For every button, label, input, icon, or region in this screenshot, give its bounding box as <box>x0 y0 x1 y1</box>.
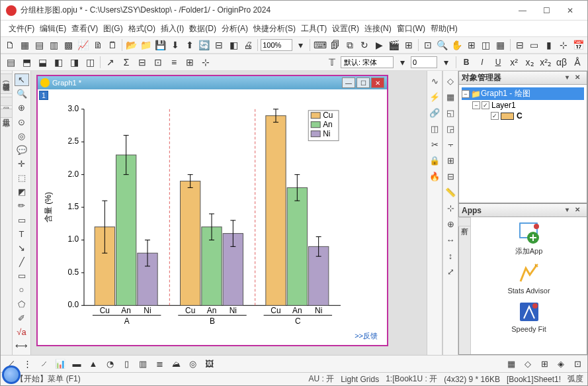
bring-front-icon[interactable]: ◱ <box>443 105 458 120</box>
apps-dock-tab[interactable]: 所有 <box>458 217 471 226</box>
arrow-tool-icon[interactable]: ↘ <box>15 242 29 254</box>
layer-link-icon[interactable]: 🔗 <box>427 105 442 120</box>
screen-reader-icon[interactable]: ⊙ <box>15 115 29 128</box>
rect-tool-icon[interactable]: ▭ <box>15 269 29 282</box>
chart-area[interactable]: 1 0.00.51.01.52.02.53.0含量 (%)CuAnNiACuAn… <box>38 89 387 345</box>
clip-data-icon[interactable]: ✂ <box>427 137 442 152</box>
graph-window-titlebar[interactable]: Graph1 * — ☐ ✕ <box>38 76 387 89</box>
speed-mode-icon[interactable]: ⚡ <box>427 89 442 104</box>
symbol-edge-icon[interactable]: ◇ <box>443 73 458 88</box>
stat-plot-icon[interactable]: ⊞ <box>537 358 552 371</box>
graph-window[interactable]: Graph1 * — ☐ ✕ 1 0.00.51.01.52.02.53.0含量… <box>36 75 388 346</box>
pattern-icon[interactable]: ▦ <box>443 89 458 104</box>
menu-graph[interactable]: 图(G) <box>101 22 125 36</box>
menu-help[interactable]: 帮助(H) <box>428 22 460 36</box>
zoom-in-icon[interactable]: 🔍 <box>436 38 449 52</box>
text-tool-icon[interactable]: T <box>15 228 29 240</box>
menu-gadgets[interactable]: 快捷分析(S) <box>251 22 298 36</box>
datetime-icon[interactable]: 📅 <box>571 38 585 52</box>
bold-icon[interactable]: B <box>459 55 474 70</box>
data-reader-icon[interactable]: ◎ <box>15 130 29 142</box>
stack-icon[interactable]: ≡ <box>167 55 181 70</box>
sqrt-tool-icon[interactable]: √a <box>15 326 29 338</box>
pie-plot-icon[interactable]: ◔ <box>103 358 117 371</box>
font-dropdown-icon[interactable]: ▾ <box>395 55 409 70</box>
panel-dropdown-icon[interactable]: ▾ <box>566 206 575 215</box>
graph-min-button[interactable]: — <box>342 77 355 88</box>
subscript-icon[interactable]: x₂ <box>523 55 537 70</box>
menu-tools[interactable]: 工具(T) <box>298 22 329 36</box>
menu-view[interactable]: 查看(V) <box>69 22 101 36</box>
dock-messages[interactable]: 消息日志 <box>0 97 13 106</box>
align-h-icon[interactable]: ↔ <box>443 232 458 247</box>
tree-series[interactable]: ✓ C <box>462 111 584 121</box>
circle-tool-icon[interactable]: ○ <box>15 283 29 296</box>
area-plot-icon[interactable]: ▲ <box>86 358 101 371</box>
open-icon[interactable]: 📂 <box>125 38 138 52</box>
zoom-tool-icon[interactable]: 🔍 <box>15 87 29 100</box>
send-back-icon[interactable]: ◲ <box>443 121 458 136</box>
italic-icon[interactable]: I <box>475 55 489 70</box>
multi-y-icon[interactable]: ≣ <box>152 358 167 371</box>
open-template-icon[interactable]: 📁 <box>140 38 153 52</box>
underline-icon[interactable]: U <box>491 55 505 70</box>
digitize-icon[interactable]: ◧ <box>227 38 240 52</box>
add-column-icon[interactable]: ⊞ <box>402 38 415 52</box>
mask-tool-icon[interactable]: ◩ <box>15 185 29 198</box>
add-top-icon[interactable]: ⬒ <box>19 55 34 70</box>
align-v-icon[interactable]: ↕ <box>443 248 458 263</box>
menu-insert[interactable]: 插入(I) <box>158 22 187 36</box>
slideshow-icon[interactable]: ▶ <box>372 38 386 52</box>
app-stats-advisor[interactable]: Stats Advisor <box>507 262 550 295</box>
recalc-icon[interactable]: 🔄 <box>198 38 211 52</box>
region-tool-icon[interactable]: ▭ <box>15 214 29 226</box>
scatter-plot-icon[interactable]: ⋮ <box>20 358 34 371</box>
group-icon[interactable]: ⊞ <box>443 153 458 168</box>
line-symbol-icon[interactable]: ⟋ <box>36 358 51 371</box>
series-checkbox[interactable]: ✓ <box>491 112 499 120</box>
scale-obj-icon[interactable]: ⤢ <box>443 264 458 279</box>
menu-data[interactable]: 数据(D) <box>187 22 219 36</box>
panel-dropdown-icon[interactable]: ▾ <box>566 73 575 83</box>
pointer-tool-icon[interactable]: ↖ <box>15 73 29 86</box>
row-stats-icon[interactable]: ⊟ <box>135 55 149 70</box>
feedback-link[interactable]: >>反馈 <box>355 331 378 341</box>
bar-plot-icon[interactable]: ▬ <box>69 358 84 371</box>
contour-icon[interactable]: ◎ <box>185 358 200 371</box>
workspace[interactable]: Graph1 * — ☐ ✕ 1 0.00.51.01.52.02.53.0含量… <box>31 71 427 355</box>
menu-file[interactable]: 文件(F) <box>6 22 37 36</box>
selection-icon[interactable]: ⬚ <box>15 171 29 184</box>
video-icon[interactable]: 🎬 <box>387 38 400 52</box>
app-speedy-fit[interactable]: Speedy Fit <box>511 300 546 333</box>
show-data-icon[interactable]: ◫ <box>427 121 442 136</box>
pan-icon[interactable]: ✋ <box>450 38 464 52</box>
import-icon[interactable]: ⬇ <box>169 38 182 52</box>
poly-tool-icon[interactable]: ⬠ <box>15 298 29 311</box>
greek-icon[interactable]: αβ <box>554 55 569 70</box>
anti-alias-icon[interactable]: ∿ <box>427 73 442 88</box>
menu-connect[interactable]: 连接(N) <box>362 22 394 36</box>
menu-settings[interactable]: 设置(R) <box>329 22 362 36</box>
graph-max-button[interactable]: ☐ <box>357 77 370 88</box>
superscript-icon[interactable]: x² <box>507 55 521 70</box>
code-builder-icon[interactable]: ⌨ <box>313 38 327 52</box>
image-plot-icon[interactable]: 🖼 <box>202 358 216 371</box>
column-plot-icon[interactable]: 📊 <box>53 358 67 371</box>
draw-tool-icon[interactable]: ✏ <box>15 199 29 212</box>
minimize-button[interactable]: — <box>511 3 534 19</box>
specialized-icon[interactable]: ◈ <box>554 358 568 371</box>
axes-dialog-icon[interactable]: ⊞ <box>465 38 478 52</box>
font-bold-icon[interactable]: 𝕋 <box>325 55 339 70</box>
dock-project-explorer[interactable]: 项目管理器 (1) <box>0 73 13 94</box>
refresh-icon[interactable]: ↻ <box>358 38 371 52</box>
supersub-icon[interactable]: x²₂ <box>538 55 553 70</box>
extract-layers-icon[interactable]: ▦ <box>494 38 507 52</box>
3d-plot-icon[interactable]: ◇ <box>521 358 535 371</box>
layer-checkbox[interactable]: ✓ <box>482 101 489 109</box>
menu-analysis[interactable]: 分析(A) <box>219 22 251 36</box>
annotation-icon[interactable]: 💬 <box>15 144 29 156</box>
box-plot-icon[interactable]: ▯ <box>119 358 134 371</box>
ruler-icon[interactable]: 📏 <box>443 185 458 199</box>
new-notes-icon[interactable]: 🗒 <box>106 38 119 52</box>
line-tool-icon[interactable]: ╱ <box>15 256 29 268</box>
